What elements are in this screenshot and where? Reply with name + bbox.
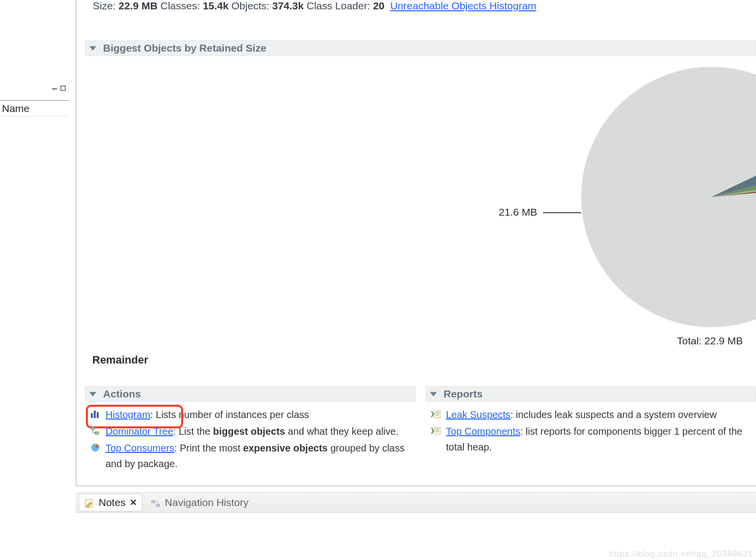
section-title: Actions [103,388,141,400]
report-link[interactable]: Top Components [446,426,520,437]
actions-column: Actions Histogram: Lists number of insta… [85,386,416,473]
remainder-label: Remainder [92,354,148,366]
minimize-icon[interactable] [52,84,60,91]
section-actions[interactable]: Actions [85,386,416,402]
action-link[interactable]: Top Consumers [106,443,174,453]
report-link[interactable]: Leak Suspects [446,409,511,420]
tab-label: Navigation History [165,497,248,508]
size-label: Size: [93,0,116,11]
notes-icon [84,498,95,509]
svg-rect-0 [52,88,57,89]
pie-total-label: Total: 22.9 MB [677,335,743,347]
pie-leader-line [543,212,581,213]
action-desc: : Lists number of instances per class [150,409,309,420]
sidebar-toolbar [52,84,66,91]
action-link[interactable]: Dominator Tree [106,426,173,437]
report-icon [431,425,441,436]
action-dominator-tree[interactable]: Dominator Tree: List the biggest objects… [90,423,416,439]
maximize-icon[interactable] [60,84,66,91]
svg-rect-6 [91,427,95,429]
svg-rect-19 [157,504,160,506]
svg-rect-18 [152,501,155,503]
classloader-label: Class Loader: [306,0,370,11]
main-content: Size: 22.9 MB Classes: 15.4k Objects: 37… [76,0,756,486]
histogram-icon [90,409,101,420]
pie-slice-label: 21.6 MB [499,206,537,218]
heap-stats-line: Size: 22.9 MB Classes: 15.4k Objects: 37… [93,0,756,12]
objects-label: Objects: [232,0,270,11]
objects-value: 374.3k [272,0,303,11]
left-sidebar: Name [0,0,69,560]
svg-rect-5 [97,412,99,418]
svg-rect-7 [95,432,99,434]
svg-point-2 [581,67,756,327]
size-value: 22.9 MB [119,0,158,11]
classes-label: Classes: [161,0,200,11]
navigation-icon [150,498,161,509]
chevron-down-icon [89,392,96,396]
pie-chart-area: 21.6 MB Total: 22.9 MB [459,64,756,339]
bottom-tab-bar: Notes ✕ Navigation History [76,492,756,513]
tab-notes[interactable]: Notes ✕ [79,494,142,511]
divider [0,100,69,101]
report-leak-suspects[interactable]: Leak Suspects: includes leak suspects an… [431,407,756,422]
report-top-components[interactable]: Top Components: list reports for compone… [431,423,756,455]
section-biggest-objects[interactable]: Biggest Objects by Retained Size [85,40,756,56]
chevron-down-icon [430,392,437,396]
section-reports[interactable]: Reports [426,386,756,402]
action-link[interactable]: Histogram [106,409,150,420]
divider [0,116,69,116]
report-icon [431,409,441,420]
watermark: https://blog.csdn.net/qq_20369621 [609,549,753,559]
classes-value: 15.4k [203,0,229,11]
unreachable-histogram-link[interactable]: Unreachable Objects Histogram [390,0,537,11]
svg-rect-1 [61,86,65,90]
section-title: Biggest Objects by Retained Size [103,42,267,54]
action-desc: : List the biggest objects and what they… [173,426,399,437]
classloader-value: 20 [373,0,384,11]
pie-icon [90,442,101,453]
close-icon[interactable]: ✕ [130,497,137,508]
report-desc: : includes leak suspects and a system ov… [511,409,717,420]
svg-rect-4 [94,411,96,418]
chevron-down-icon [89,46,96,51]
pie-chart [581,67,756,327]
tab-label: Notes [99,497,126,508]
svg-rect-9 [434,411,440,418]
reports-column: Reports Leak Suspects: includes leak sus… [426,386,756,473]
sidebar-column-header[interactable]: Name [2,103,29,114]
section-title: Reports [444,388,483,400]
tab-navigation-history[interactable]: Navigation History [145,494,253,511]
tree-icon [90,425,101,436]
action-histogram[interactable]: Histogram: Lists number of instances per… [90,407,416,422]
action-top-consumers[interactable]: Top Consumers: Print the most expensive … [90,440,416,472]
svg-rect-13 [434,427,440,434]
svg-rect-3 [91,413,93,418]
